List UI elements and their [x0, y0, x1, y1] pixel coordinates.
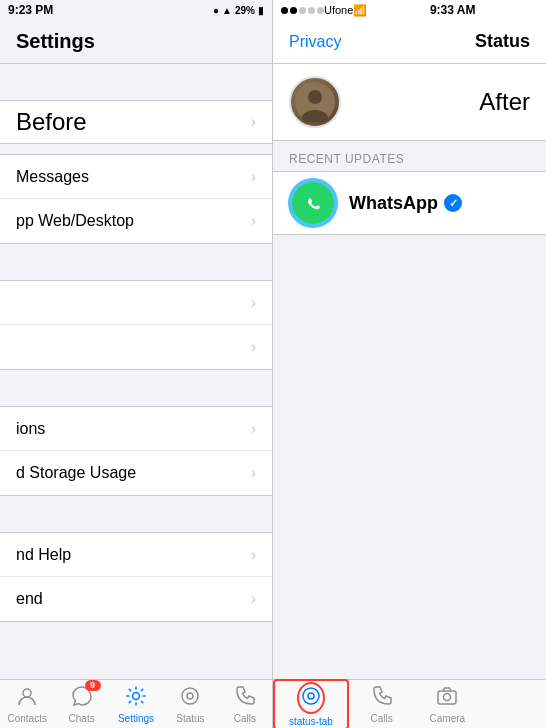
invite-label: end	[16, 590, 43, 608]
storage-label: d Storage Usage	[16, 464, 136, 482]
svg-point-3	[187, 693, 193, 699]
status-icons-left: ● ▲ 29% ▮	[213, 5, 264, 16]
wifi-icon: 📶	[353, 4, 367, 17]
svg-point-2	[182, 688, 198, 704]
battery-icon: 29%	[235, 5, 255, 16]
tab-chats[interactable]: 9 Chats	[54, 685, 108, 724]
location-icon: ▲	[222, 5, 232, 16]
settings-section-3: ions › d Storage Usage ›	[0, 406, 272, 496]
tab-status-left[interactable]: Status	[163, 685, 217, 724]
left-spacer	[0, 622, 272, 679]
tab-camera-right[interactable]: Camera	[415, 685, 481, 724]
list-item[interactable]: Messages ›	[0, 155, 272, 199]
tab-contacts[interactable]: Contacts	[0, 685, 54, 724]
list-item[interactable]: ›	[0, 325, 272, 369]
list-item[interactable]: ions ›	[0, 407, 272, 451]
before-row[interactable]: Before ›	[0, 100, 272, 144]
settings-section-2: › ›	[0, 280, 272, 370]
status-bar-right: Ufone 📶 9:33 AM	[273, 0, 546, 20]
list-item[interactable]: nd Help ›	[0, 533, 272, 577]
nav-header-left: Settings	[0, 20, 272, 64]
list-item[interactable]: pp Web/Desktop ›	[0, 199, 272, 243]
list-item[interactable]: ›	[0, 281, 272, 325]
calls-icon-right	[371, 685, 393, 711]
list-item[interactable]: end ›	[0, 577, 272, 621]
chevron-icon-e1: ›	[251, 294, 256, 312]
status-tab-label: status-tab	[289, 716, 333, 727]
settings-section-1: Messages › pp Web/Desktop ›	[0, 154, 272, 244]
help-label: nd Help	[16, 546, 71, 564]
calls-label-left: Calls	[234, 713, 256, 724]
battery-bar: ▮	[258, 5, 264, 16]
dot-5	[317, 7, 324, 14]
right-content-area	[273, 235, 546, 679]
svg-point-7	[303, 688, 319, 704]
chevron-icon-web: ›	[251, 212, 256, 230]
status-label-left: Status	[176, 713, 204, 724]
time-right: 9:33 AM	[430, 3, 476, 17]
list-item[interactable]: d Storage Usage ›	[0, 451, 272, 495]
section-gap-4	[0, 370, 272, 406]
calls-icon-left	[234, 685, 256, 711]
status-icon-right	[297, 682, 325, 714]
signal-icon: ●	[213, 5, 219, 16]
chevron-icon-messages: ›	[251, 168, 256, 186]
after-label: After	[479, 88, 530, 116]
svg-point-8	[308, 693, 314, 699]
contacts-label: Contacts	[7, 713, 46, 724]
whatsapp-row[interactable]: WhatsApp ✓	[273, 171, 546, 235]
calls-tab-label: Calls	[371, 713, 393, 724]
right-panel: Ufone 📶 9:33 AM Privacy Status After REC…	[273, 0, 546, 728]
notifications-label: ions	[16, 420, 45, 438]
left-panel: 9:23 PM ● ▲ 29% ▮ Settings Before › Mess…	[0, 0, 273, 728]
section-gap-1	[0, 64, 272, 100]
page-title-left: Settings	[16, 30, 95, 53]
chats-label: Chats	[69, 713, 95, 724]
chevron-icon-storage: ›	[251, 464, 256, 482]
page-title-right: Status	[475, 31, 530, 52]
dot-2	[290, 7, 297, 14]
svg-point-10	[444, 693, 451, 700]
tab-status-right[interactable]: status-tab	[273, 679, 349, 729]
tab-calls-right[interactable]: Calls	[349, 685, 415, 724]
tab-calls-left[interactable]: Calls	[218, 685, 272, 724]
nav-header-right: Privacy Status	[273, 20, 546, 64]
tab-bar-right: status-tab Calls Camera	[273, 679, 546, 728]
dot-4	[308, 7, 315, 14]
tab-bar-left: Contacts 9 Chats Settings	[0, 679, 272, 728]
svg-point-1	[133, 692, 140, 699]
status-icon-left	[179, 685, 201, 711]
before-label: Before	[16, 108, 87, 136]
time-left: 9:23 PM	[8, 3, 53, 17]
tab-settings[interactable]: Settings	[109, 685, 163, 724]
settings-section-4: nd Help › end ›	[0, 532, 272, 622]
verified-check-icon: ✓	[449, 197, 458, 210]
signal-dots	[281, 7, 324, 14]
chevron-icon-notif: ›	[251, 420, 256, 438]
settings-icon	[125, 685, 147, 711]
chevron-icon-help: ›	[251, 546, 256, 564]
whatsapp-name-container: WhatsApp ✓	[349, 193, 462, 214]
camera-icon-right	[436, 685, 458, 711]
whatsapp-logo	[289, 179, 337, 227]
chats-icon-wrapper: 9	[71, 685, 93, 711]
recent-updates-section: RECENT UPDATES	[273, 141, 546, 171]
avatar	[289, 76, 341, 128]
chevron-icon-invite: ›	[251, 590, 256, 608]
section-gap-2	[0, 144, 272, 154]
tab-more-right[interactable]	[480, 703, 546, 705]
svg-point-5	[308, 90, 322, 104]
svg-point-0	[23, 689, 31, 697]
settings-label: Settings	[118, 713, 154, 724]
chevron-icon-before: ›	[251, 113, 256, 131]
profile-after-row: After	[273, 64, 546, 141]
section-gap-5	[0, 496, 272, 532]
verified-badge: ✓	[444, 194, 462, 212]
dot-3	[299, 7, 306, 14]
back-button[interactable]: Privacy	[289, 33, 341, 51]
recent-updates-label: RECENT UPDATES	[289, 152, 404, 166]
camera-tab-label: Camera	[430, 713, 466, 724]
messages-label: Messages	[16, 168, 89, 186]
chats-badge: 9	[85, 680, 101, 691]
dot-1	[281, 7, 288, 14]
